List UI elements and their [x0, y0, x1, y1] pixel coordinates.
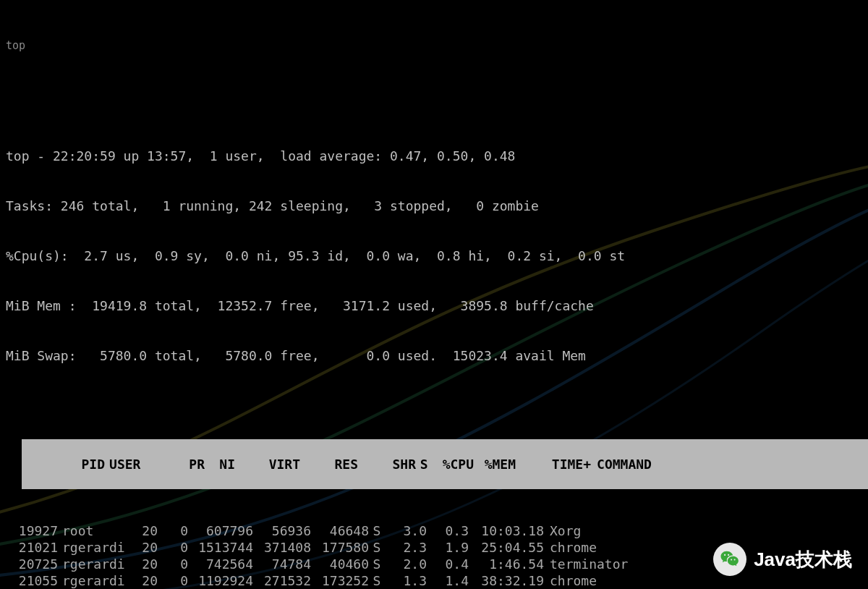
- cell-mem: 1.4: [427, 572, 469, 589]
- col-time: TIME+: [516, 456, 591, 473]
- summary-mem: MiB Mem : 19419.8 total, 12352.7 free, 3…: [6, 297, 862, 314]
- cell-shr: 177580: [311, 539, 369, 556]
- col-cpu: %CPU: [432, 456, 474, 473]
- cell-res: 271532: [253, 572, 311, 589]
- process-table-header: PIDUSERPRNIVIRTRESSHRS%CPU%MEMTIME+COMMA…: [22, 439, 868, 489]
- cell-shr: 173252: [311, 572, 369, 589]
- cell-virt: 1192924: [188, 572, 253, 589]
- terminal-output[interactable]: top top - 22:20:59 up 13:57, 1 user, loa…: [0, 0, 868, 589]
- col-s: S: [416, 456, 432, 473]
- cell-pr: 20: [127, 539, 158, 556]
- col-cmd: COMMAND: [591, 456, 652, 473]
- cell-s: S: [369, 572, 385, 589]
- cell-cpu: 1.3: [385, 572, 427, 589]
- cell-mem: 0.3: [427, 522, 469, 539]
- cell-virt: 1513744: [188, 539, 253, 556]
- col-shr: SHR: [358, 456, 416, 473]
- summary-uptime: top - 22:20:59 up 13:57, 1 user, load av…: [6, 148, 862, 164]
- cell-res: 371408: [253, 539, 311, 556]
- cell-virt: 742564: [188, 556, 253, 572]
- cell-s: S: [369, 539, 385, 556]
- cell-pid: 19927: [6, 522, 58, 539]
- cell-shr: 40460: [311, 556, 369, 572]
- watermark-text: Java技术栈: [754, 551, 852, 568]
- col-pid: PID: [53, 456, 105, 473]
- cell-user: rgerardi: [58, 556, 127, 572]
- cell-ni: 0: [158, 522, 188, 539]
- col-virt: VIRT: [235, 456, 300, 473]
- cell-mem: 0.4: [427, 556, 469, 572]
- cell-time: 38:32.19: [469, 572, 544, 589]
- col-user: USER: [105, 456, 174, 473]
- cell-cpu: 2.3: [385, 539, 427, 556]
- window-title: top: [6, 38, 862, 54]
- cell-cmd: chrome: [544, 572, 597, 589]
- cell-s: S: [369, 556, 385, 572]
- cell-pid: 21055: [6, 572, 58, 589]
- summary-tasks: Tasks: 246 total, 1 running, 242 sleepin…: [6, 198, 862, 214]
- cell-user: root: [58, 522, 127, 539]
- col-pr: PR: [174, 456, 205, 473]
- cell-cmd: chrome: [544, 539, 597, 556]
- cell-user: rgerardi: [58, 572, 127, 589]
- cell-user: rgerardi: [58, 539, 127, 556]
- cell-pr: 20: [127, 522, 158, 539]
- cell-pid: 21021: [6, 539, 58, 556]
- cell-shr: 46648: [311, 522, 369, 539]
- cell-mem: 1.9: [427, 539, 469, 556]
- cell-pid: 20725: [6, 556, 58, 572]
- cell-ni: 0: [158, 556, 188, 572]
- cell-virt: 607796: [188, 522, 253, 539]
- watermark: Java技术栈: [713, 543, 852, 576]
- cell-res: 74784: [253, 556, 311, 572]
- col-res: RES: [300, 456, 358, 473]
- summary-swap: MiB Swap: 5780.0 total, 5780.0 free, 0.0…: [6, 347, 862, 364]
- cell-time: 1:46.54: [469, 556, 544, 572]
- cell-res: 56936: [253, 522, 311, 539]
- cell-cpu: 3.0: [385, 522, 427, 539]
- summary-block: top - 22:20:59 up 13:57, 1 user, load av…: [6, 114, 862, 397]
- cell-ni: 0: [158, 539, 188, 556]
- cell-cpu: 2.0: [385, 556, 427, 572]
- col-ni: NI: [205, 456, 235, 473]
- wechat-icon: [713, 543, 746, 576]
- cell-cmd: Xorg: [544, 522, 581, 539]
- cell-pr: 20: [127, 572, 158, 589]
- cell-s: S: [369, 522, 385, 539]
- cell-time: 10:03.18: [469, 522, 544, 539]
- table-row: 19927root2006077965693646648S3.00.310:03…: [6, 522, 862, 539]
- col-mem: %MEM: [474, 456, 516, 473]
- cell-pr: 20: [127, 556, 158, 572]
- summary-cpu: %Cpu(s): 2.7 us, 0.9 sy, 0.0 ni, 95.3 id…: [6, 247, 862, 264]
- cell-ni: 0: [158, 572, 188, 589]
- cell-cmd: terminator: [544, 556, 628, 572]
- cell-time: 25:04.55: [469, 539, 544, 556]
